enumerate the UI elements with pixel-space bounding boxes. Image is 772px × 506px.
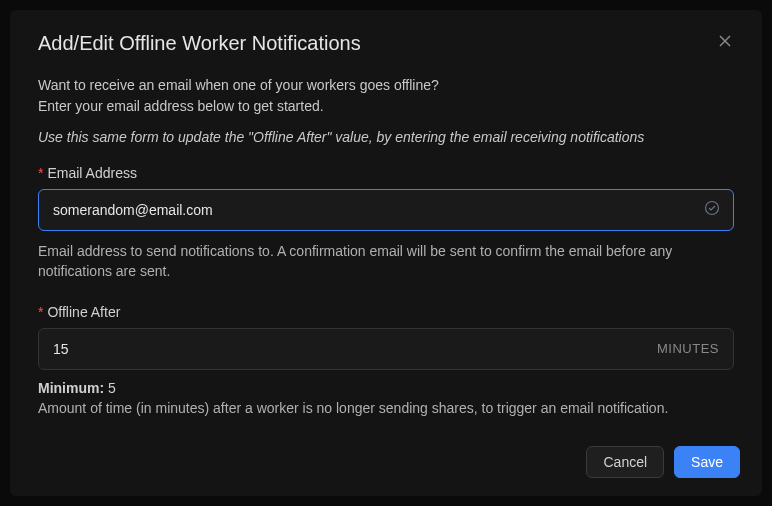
offline-after-helper: Amount of time (in minutes) after a work…	[38, 398, 734, 418]
modal-footer: Cancel Save	[586, 446, 740, 478]
offline-after-field[interactable]: MINUTES	[38, 328, 734, 370]
modal-title: Add/Edit Offline Worker Notifications	[38, 32, 361, 55]
close-icon[interactable]	[716, 32, 734, 53]
save-button[interactable]: Save	[674, 446, 740, 478]
required-star-icon: *	[38, 304, 43, 320]
required-star-icon: *	[38, 165, 43, 181]
unit-label: MINUTES	[657, 341, 719, 356]
modal-header: Add/Edit Offline Worker Notifications	[38, 32, 734, 55]
minimum-label: Minimum: 5	[38, 380, 734, 396]
offline-after-label: *Offline After	[38, 304, 734, 320]
offline-after-input-wrapper: MINUTES	[38, 328, 734, 370]
valid-check-icon	[704, 200, 720, 220]
intro-line2: Enter your email address below to get st…	[38, 98, 324, 114]
email-input[interactable]	[38, 189, 734, 231]
modal-dialog: Add/Edit Offline Worker Notifications Wa…	[10, 10, 762, 496]
intro-line1: Want to receive an email when one of you…	[38, 77, 439, 93]
offline-after-input[interactable]	[53, 341, 657, 357]
intro-text: Want to receive an email when one of you…	[38, 75, 734, 117]
email-label-text: Email Address	[47, 165, 136, 181]
minimum-value: 5	[108, 380, 116, 396]
offline-after-label-text: Offline After	[47, 304, 120, 320]
cancel-button[interactable]: Cancel	[586, 446, 664, 478]
email-input-wrapper	[38, 189, 734, 231]
email-helper: Email address to send notifications to. …	[38, 241, 734, 282]
minimum-label-text: Minimum:	[38, 380, 104, 396]
intro-italic: Use this same form to update the "Offlin…	[38, 129, 734, 145]
svg-point-2	[706, 202, 719, 215]
email-label: *Email Address	[38, 165, 734, 181]
